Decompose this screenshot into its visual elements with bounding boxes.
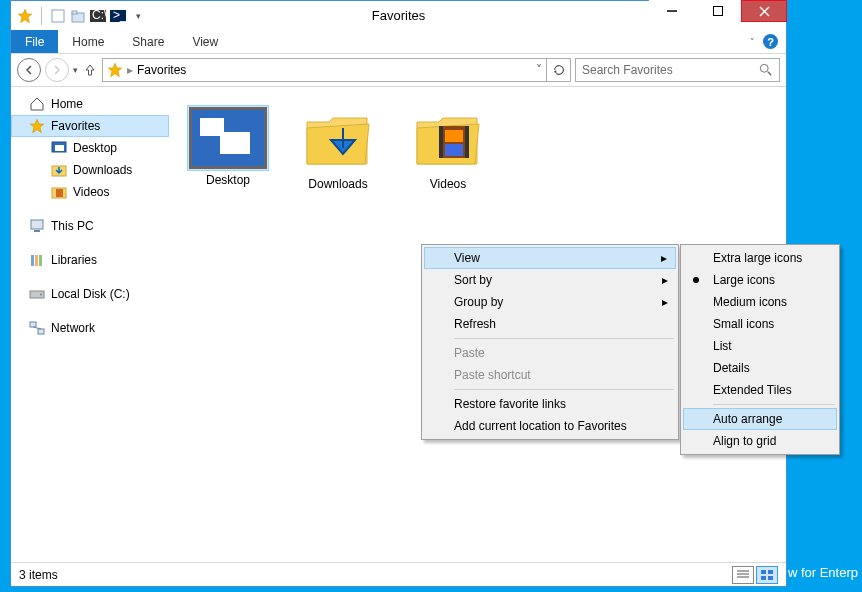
svg-text:C:\: C:\ [92, 10, 106, 22]
menu-paste-shortcut: Paste shortcut [424, 364, 676, 386]
sidebar-item-desktop[interactable]: Desktop [11, 137, 169, 159]
svg-rect-37 [465, 126, 469, 158]
menu-details[interactable]: Details [683, 357, 837, 379]
status-bar: 3 items [11, 562, 786, 586]
submenu-arrow-icon: ▸ [662, 273, 668, 287]
sidebar-item-network[interactable]: Network [11, 317, 169, 339]
refresh-button[interactable] [547, 58, 571, 82]
back-button[interactable] [17, 58, 41, 82]
menu-list[interactable]: List [683, 335, 837, 357]
star-icon [107, 62, 123, 78]
forward-button[interactable] [45, 58, 69, 82]
svg-rect-23 [34, 230, 40, 232]
context-menu: View▸ Sort by▸ Group by▸ Refresh Paste P… [421, 244, 679, 440]
tab-file[interactable]: File [11, 30, 58, 53]
svg-marker-12 [108, 63, 121, 76]
up-button[interactable] [82, 62, 98, 78]
sidebar-label: Local Disk (C:) [51, 287, 130, 301]
menu-sortby[interactable]: Sort by▸ [424, 269, 676, 291]
search-input[interactable]: Search Favorites [575, 58, 780, 82]
menu-paste: Paste [424, 342, 676, 364]
new-folder-icon[interactable] [70, 8, 86, 24]
separator [454, 338, 674, 339]
sidebar-label: Desktop [73, 141, 117, 155]
quick-access-toolbar: C:\ >_ ▾ [11, 7, 146, 25]
sidebar-item-localdisk[interactable]: Local Disk (C:) [11, 283, 169, 305]
svg-rect-34 [220, 132, 250, 154]
svg-rect-24 [31, 255, 34, 266]
svg-rect-3 [72, 11, 77, 14]
breadcrumb[interactable]: Favorites [137, 63, 186, 77]
svg-marker-0 [18, 9, 31, 22]
details-view-button[interactable] [732, 566, 754, 584]
item-label: Desktop [206, 173, 250, 187]
qat-dropdown-icon[interactable]: ▾ [130, 8, 146, 24]
properties-icon[interactable] [50, 8, 66, 24]
close-button[interactable] [741, 0, 787, 22]
separator [713, 404, 835, 405]
item-label: Videos [430, 177, 466, 191]
sidebar-item-favorites[interactable]: Favorites [11, 115, 169, 137]
menu-extra-large-icons[interactable]: Extra large icons [683, 247, 837, 269]
radio-icon [693, 277, 699, 283]
console-icon[interactable]: C:\ [90, 8, 106, 24]
menu-restore-favorites[interactable]: Restore favorite links [424, 393, 676, 415]
svg-line-31 [33, 327, 41, 329]
maximize-button[interactable] [695, 0, 741, 22]
tab-view[interactable]: View [178, 30, 232, 53]
menu-extended-tiles[interactable]: Extended Tiles [683, 379, 837, 401]
svg-marker-16 [30, 119, 43, 132]
powershell-icon[interactable]: >_ [110, 8, 126, 24]
svg-rect-22 [31, 220, 43, 229]
svg-point-28 [40, 294, 42, 296]
tab-home[interactable]: Home [58, 30, 118, 53]
navigation-pane: Home Favorites Desktop Downloads Videos [11, 87, 169, 562]
address-bar[interactable]: ▸ Favorites ˅ [102, 58, 547, 82]
history-dropdown-icon[interactable]: ▾ [73, 65, 78, 75]
menu-groupby[interactable]: Group by▸ [424, 291, 676, 313]
tab-share[interactable]: Share [118, 30, 178, 53]
svg-rect-46 [768, 576, 773, 580]
minimize-button[interactable] [649, 0, 695, 22]
svg-rect-30 [38, 329, 44, 334]
svg-rect-43 [761, 570, 766, 574]
svg-point-14 [760, 64, 768, 72]
svg-line-15 [768, 72, 772, 76]
svg-text:>_: >_ [113, 10, 126, 22]
svg-rect-36 [439, 126, 443, 158]
menu-view[interactable]: View▸ [424, 247, 676, 269]
sidebar-item-thispc[interactable]: This PC [11, 215, 169, 237]
svg-rect-45 [761, 576, 766, 580]
svg-rect-26 [39, 255, 42, 266]
menu-small-icons[interactable]: Small icons [683, 313, 837, 335]
menu-large-icons[interactable]: Large icons [683, 269, 837, 291]
submenu-arrow-icon: ▸ [662, 295, 668, 309]
svg-rect-29 [30, 322, 36, 327]
sidebar-label: Libraries [51, 253, 97, 267]
menu-align-to-grid[interactable]: Align to grid [683, 430, 837, 452]
item-downloads[interactable]: Downloads [295, 105, 381, 191]
ribbon-expand-icon[interactable]: ˅ [750, 37, 755, 47]
sidebar-label: Network [51, 321, 95, 335]
help-icon[interactable]: ? [763, 34, 778, 49]
submenu-arrow-icon: ▸ [661, 251, 667, 265]
address-dropdown-icon[interactable]: ˅ [536, 63, 542, 77]
sidebar-item-videos[interactable]: Videos [11, 181, 169, 203]
item-videos[interactable]: Videos [405, 105, 491, 191]
icons-view-button[interactable] [756, 566, 778, 584]
sidebar-label: Home [51, 97, 83, 111]
sidebar-item-downloads[interactable]: Downloads [11, 159, 169, 181]
item-desktop[interactable]: Desktop [185, 105, 271, 191]
menu-auto-arrange[interactable]: Auto arrange [683, 408, 837, 430]
sidebar-label: Downloads [73, 163, 132, 177]
sidebar-label: Favorites [51, 119, 100, 133]
item-label: Downloads [308, 177, 367, 191]
menu-refresh[interactable]: Refresh [424, 313, 676, 335]
menu-medium-icons[interactable]: Medium icons [683, 291, 837, 313]
separator [41, 7, 42, 25]
menu-add-location[interactable]: Add current location to Favorites [424, 415, 676, 437]
svg-rect-18 [55, 145, 64, 151]
title-bar: C:\ >_ ▾ Favorites [11, 1, 786, 30]
sidebar-item-home[interactable]: Home [11, 93, 169, 115]
sidebar-item-libraries[interactable]: Libraries [11, 249, 169, 271]
